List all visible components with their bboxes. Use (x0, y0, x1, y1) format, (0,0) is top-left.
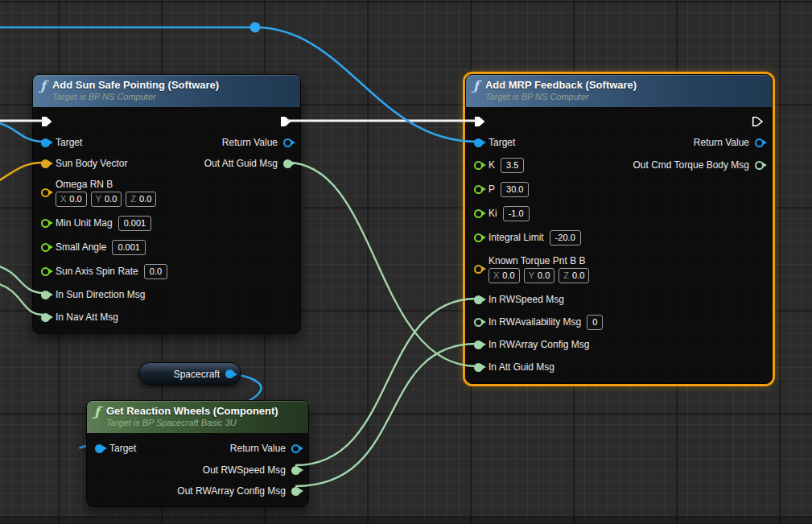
small-angle-pin[interactable] (41, 243, 50, 252)
integral-limit-pin[interactable] (474, 233, 483, 242)
target-pin[interactable] (95, 444, 104, 453)
blueprint-graph-canvas[interactable]: ƒ Add Sun Safe Pointing (Software) Targe… (0, 0, 812, 524)
min-unit-mag-input[interactable]: 0.001 (118, 216, 152, 231)
pin-label: In RWSpeed Msg (488, 294, 564, 305)
k-input[interactable]: 3.5 (501, 158, 524, 173)
pin-label: Target (488, 137, 515, 148)
target-pin[interactable] (474, 138, 483, 147)
return-value-pin[interactable] (755, 138, 764, 147)
pin-label: P (488, 184, 495, 195)
node-get-reaction-wheels[interactable]: ƒ Get Reaction Wheels (Component) Target… (86, 400, 309, 507)
vector-z-input[interactable]: Z0.0 (126, 192, 156, 207)
pin-label: Min Unit Mag (56, 217, 113, 229)
pin-label: K (488, 159, 495, 171)
node-header[interactable]: ƒ Add MRP Feedback (Software) Target is … (466, 75, 772, 107)
exec-in-pin[interactable] (41, 116, 53, 127)
node-title: Add MRP Feedback (Software) (485, 79, 637, 92)
target-pin[interactable] (41, 138, 50, 147)
node-add-sun-safe-pointing[interactable]: ƒ Add Sun Safe Pointing (Software) Targe… (32, 74, 301, 334)
small-angle-input[interactable]: 0.001 (112, 240, 146, 255)
grid-bottom-band (0, 517, 812, 524)
min-unit-mag-pin[interactable] (41, 219, 50, 228)
pin-label: Omega RN B (56, 179, 156, 190)
pin-label: Out Att Guid Msg (204, 158, 278, 169)
exec-out-pin[interactable] (280, 116, 292, 127)
exec-out-pin[interactable] (752, 116, 764, 127)
sun-body-vector-pin[interactable] (41, 159, 50, 168)
pin-label: Return Value (694, 137, 749, 148)
pin-label: Target (109, 443, 136, 454)
pin-label: In Sun Direction Msg (56, 289, 145, 300)
node-subtitle: Target is BP NS Computer (52, 92, 219, 102)
out-att-guid-msg-pin[interactable] (283, 159, 292, 168)
pin-label: Out RWSpeed Msg (203, 464, 286, 476)
in-sun-direction-msg-pin[interactable] (41, 291, 50, 299)
sun-axis-spin-rate-input[interactable]: 0.0 (144, 264, 167, 279)
pin-label: In Nav Att Msg (56, 312, 118, 323)
pin-label: Return Value (222, 137, 278, 148)
variable-label: Spacecraft (174, 369, 220, 380)
k-pin[interactable] (474, 161, 483, 170)
rwavailability-input[interactable]: 0 (587, 315, 603, 330)
out-rwarray-config-msg-pin[interactable] (291, 487, 300, 496)
function-icon: ƒ (40, 79, 46, 93)
pin-label: In Att Guid Msg (488, 361, 554, 373)
pin-label: Sun Axis Spin Rate (56, 266, 138, 277)
known-torque-pnt-b-b-pin[interactable] (474, 265, 483, 274)
sun-axis-spin-rate-pin[interactable] (41, 267, 50, 276)
pin-label: Ki (488, 208, 497, 219)
vector-y-input[interactable]: Y0.0 (524, 268, 555, 283)
return-value-pin[interactable] (283, 138, 292, 147)
node-header[interactable]: ƒ Get Reaction Wheels (Component) Target… (87, 401, 308, 433)
wire-att-guid-msg[interactable] (287, 163, 476, 366)
in-rwspeed-msg-pin[interactable] (474, 295, 483, 304)
pin-label: Small Angle (56, 241, 106, 253)
p-pin[interactable] (474, 185, 483, 194)
pin-label: In RWAvailability Msg (488, 316, 581, 328)
in-rwarray-config-msg-pin[interactable] (474, 340, 483, 349)
vector-z-input[interactable]: Z0.0 (559, 268, 589, 283)
exec-in-pin[interactable] (474, 116, 486, 127)
in-att-guid-msg-pin[interactable] (474, 363, 483, 372)
pin-label: Sun Body Vector (56, 158, 127, 169)
ki-pin[interactable] (474, 209, 483, 218)
wire-rwspeed-msg[interactable] (295, 299, 476, 465)
node-subtitle: Target is BP NS Computer (485, 92, 637, 102)
variable-node-spacecraft[interactable]: Spacecraft (138, 362, 241, 386)
node-title: Get Reaction Wheels (Component) (106, 405, 278, 418)
return-value-pin[interactable] (291, 444, 300, 453)
vector-x-input[interactable]: X0.0 (488, 268, 520, 283)
pin-label: Known Torque Pnt B B (488, 255, 589, 266)
wire-rwarray-config-msg[interactable] (295, 344, 476, 486)
out-rwspeed-msg-pin[interactable] (291, 466, 300, 475)
pin-label: Out Cmd Torque Body Msg (633, 159, 749, 171)
vector-y-input[interactable]: Y0.0 (91, 192, 122, 207)
function-icon: ƒ (94, 405, 100, 419)
in-nav-att-msg-pin[interactable] (41, 313, 50, 322)
p-input[interactable]: 30.0 (501, 182, 529, 197)
pin-label: Out RWArray Config Msg (177, 485, 286, 497)
node-header[interactable]: ƒ Add Sun Safe Pointing (Software) Targe… (33, 75, 300, 107)
pin-label: In RWArray Config Msg (488, 339, 589, 350)
ki-input[interactable]: -1.0 (503, 206, 530, 221)
in-rwavailability-msg-pin[interactable] (474, 318, 483, 327)
integral-limit-input[interactable]: -20.0 (550, 230, 581, 245)
reroute-node[interactable] (250, 23, 261, 33)
pin-label: Integral Limit (488, 232, 544, 243)
spacecraft-output-pin[interactable] (225, 369, 234, 378)
out-cmd-torque-body-msg-pin[interactable] (755, 161, 764, 170)
node-title: Add Sun Safe Pointing (Software) (52, 79, 219, 92)
pin-label: Target (56, 137, 82, 148)
vector-x-input[interactable]: X0.0 (56, 192, 87, 207)
function-icon: ƒ (473, 79, 479, 93)
node-subtitle: Target is BP Spacecraft Basic 3U (106, 418, 278, 428)
pin-label: Return Value (230, 443, 286, 454)
node-add-mrp-feedback[interactable]: ƒ Add MRP Feedback (Software) Target is … (465, 74, 773, 384)
omega-rn-b-pin[interactable] (41, 188, 50, 197)
